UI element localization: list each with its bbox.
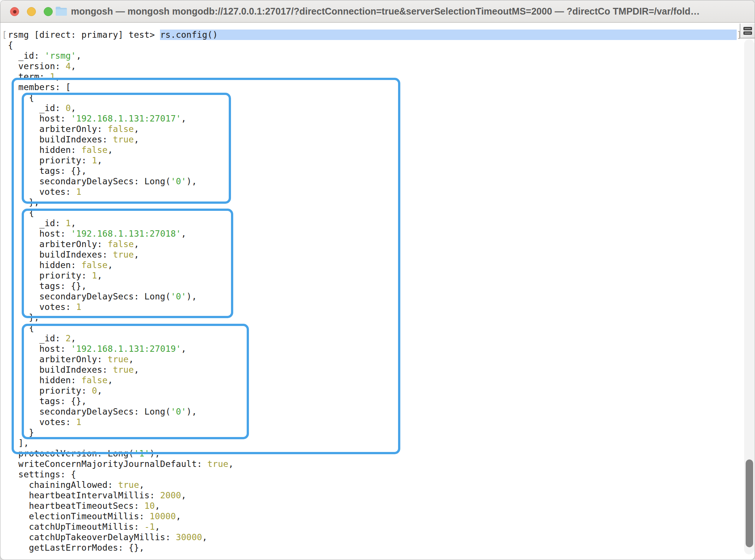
command-mark-open-bracket: [: [2, 30, 7, 40]
folder-icon: [55, 6, 67, 16]
terminal-line: secondaryDelaySecs: Long('0'),: [8, 291, 755, 302]
terminal-line: {: [8, 92, 755, 103]
terminal-line: secondaryDelaySecs: Long('0'),: [8, 176, 755, 187]
shell-prompt: rsmg [direct: primary] test>: [8, 30, 160, 40]
terminal-line: protocolVersion: Long('1'),: [8, 448, 755, 459]
title-group: mongosh — mongosh mongodb://127.0.0.1:27…: [55, 6, 700, 17]
terminal-line: heartbeatTimeoutSecs: 10,: [8, 501, 755, 511]
terminal-line: settings: {: [8, 469, 755, 480]
terminal-line: heartbeatIntervalMillis: 2000,: [8, 490, 755, 501]
terminal-line: host: '192.168.1.131:27018',: [8, 228, 755, 239]
terminal-line: {: [8, 207, 755, 218]
terminal-line: _id: 1,: [8, 218, 755, 228]
terminal-line: ],: [8, 438, 755, 448]
terminal-line: members: [: [8, 82, 755, 92]
terminal-line: hidden: false,: [8, 260, 755, 270]
terminal-line: writeConcernMajorityJournalDefault: true…: [8, 459, 755, 469]
command-line: [ rsmg [direct: primary] test> rs.config…: [8, 30, 755, 40]
terminal-line: arbiterOnly: false,: [8, 239, 755, 249]
terminal-line: tags: {},: [8, 166, 755, 176]
terminal-line: {: [8, 323, 755, 333]
terminal-line: secondaryDelaySecs: Long('0'),: [8, 406, 755, 417]
title-bar[interactable]: mongosh — mongosh mongodb://127.0.0.1:27…: [0, 0, 755, 23]
terminal-line: term: 1,: [8, 71, 755, 82]
terminal-line: catchUpTakeoverDelayMillis: 30000,: [8, 532, 755, 542]
terminal-line: _id: 2,: [8, 333, 755, 344]
terminal-line: }: [8, 427, 755, 438]
terminal-line: chainingAllowed: true,: [8, 480, 755, 490]
scrollbar-thumb[interactable]: [746, 459, 753, 547]
terminal-line: getLastErrorModes: {},: [8, 542, 755, 553]
command-text-selected: rs.config(): [160, 30, 737, 40]
terminal-line: buildIndexes: true,: [8, 364, 755, 375]
terminal-line: tags: {},: [8, 281, 755, 291]
split-pane-icon: [743, 27, 752, 30]
terminal-line: tags: {},: [8, 396, 755, 406]
terminal-line: },: [8, 197, 755, 207]
split-pane-icon: [743, 31, 752, 35]
terminal-line: buildIndexes: true,: [8, 134, 755, 145]
terminal-line: _id: 'rsmg',: [8, 50, 755, 61]
terminal-line: hidden: false,: [8, 375, 755, 385]
unsaved-changes-dot-icon: [13, 10, 16, 13]
terminal-line: arbiterOnly: false,: [8, 124, 755, 134]
terminal-line: priority: 0,: [8, 385, 755, 396]
terminal-line: buildIndexes: true,: [8, 249, 755, 260]
terminal-line: votes: 1: [8, 417, 755, 427]
terminal-line: hidden: false,: [8, 145, 755, 155]
terminal-line: version: 4,: [8, 61, 755, 71]
minimize-button[interactable]: [27, 7, 36, 16]
terminal-line: votes: 1: [8, 187, 755, 197]
terminal-line: {: [8, 40, 755, 50]
terminal-line: host: '192.168.1.131:27017',: [8, 113, 755, 124]
terminal-line: host: '192.168.1.131:27019',: [8, 344, 755, 354]
close-button[interactable]: [10, 7, 19, 16]
window-title: mongosh — mongosh mongodb://127.0.0.1:27…: [71, 6, 700, 17]
terminal-line: electionTimeoutMillis: 10000,: [8, 511, 755, 521]
terminal-window: mongosh — mongosh mongodb://127.0.0.1:27…: [0, 0, 755, 560]
terminal-output: { _id: 'rsmg', version: 4, term: 1, memb…: [8, 40, 755, 553]
terminal-content: [ rsmg [direct: primary] test> rs.config…: [0, 23, 755, 553]
traffic-lights: [10, 7, 53, 16]
terminal-line: priority: 1,: [8, 155, 755, 166]
terminal-line: priority: 1,: [8, 270, 755, 281]
terminal-line: arbiterOnly: true,: [8, 354, 755, 364]
terminal-line: votes: 1: [8, 302, 755, 312]
zoom-button[interactable]: [44, 7, 53, 16]
terminal-line: catchUpTimeoutMillis: -1,: [8, 521, 755, 532]
terminal-line: },: [8, 312, 755, 323]
split-pane-button[interactable]: [740, 24, 755, 39]
terminal-line: _id: 0,: [8, 103, 755, 113]
